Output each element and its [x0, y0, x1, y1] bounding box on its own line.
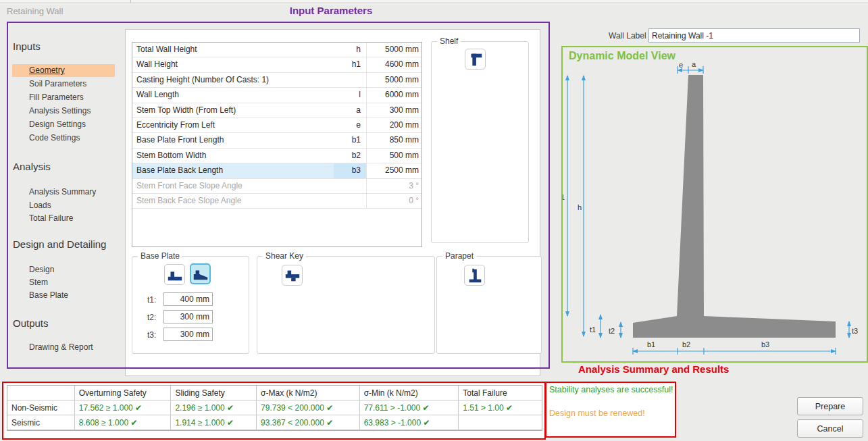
- dim-label-a: a: [692, 60, 696, 68]
- results-cell: 2.196 ≥ 1.000 ✔: [171, 400, 257, 415]
- param-row-base-plate-back-length[interactable]: Base Plate Back Lengthb32500 mm: [132, 163, 422, 178]
- tab-notch: [130, 0, 131, 3]
- param-value[interactable]: 850 mm: [366, 133, 422, 147]
- sidebar-item-design[interactable]: Design: [12, 263, 115, 276]
- param-row-wall-length[interactable]: Wall Lengthl6000 mm: [132, 88, 422, 103]
- sidebar-item-stem[interactable]: Stem: [12, 276, 115, 289]
- sidebar-item-drawing-report[interactable]: Drawing & Report: [12, 341, 115, 354]
- sidebar-item-geometry[interactable]: Geometry: [12, 64, 115, 77]
- stability-status-text: Stability analyses are successful!: [549, 385, 673, 394]
- wall-label-input[interactable]: [648, 28, 860, 43]
- retaining-wall-dialog: Retaining Wall Input Parameters Inputs G…: [0, 0, 868, 441]
- param-symbol: e: [334, 118, 366, 132]
- sidebar-item-fill-parameters[interactable]: Fill Parameters: [12, 91, 115, 104]
- param-row-base-plate-front-length[interactable]: Base Plate Front Lengthb1850 mm: [132, 133, 422, 148]
- param-symbol: [334, 194, 366, 208]
- sidebar-section-analysis: Analysis: [13, 161, 51, 172]
- results-row-label: Non-Seismic: [7, 400, 75, 415]
- dim-label-t1: t1: [590, 326, 596, 334]
- results-header-sigma-max: σ-Max (k N/m2): [257, 386, 360, 400]
- results-cell: 93.367 < 200.000 ✔: [257, 415, 360, 430]
- param-label: Total Wall Height: [132, 43, 334, 57]
- sidebar-item-analysis-settings[interactable]: Analysis Settings: [12, 105, 115, 118]
- param-row-total-wall-height[interactable]: Total Wall Heighth5000 mm: [132, 43, 422, 57]
- param-label: Stem Front Face Slope Angle: [132, 179, 334, 193]
- sloped-base-plate-icon[interactable]: [190, 263, 211, 284]
- shear-key-group-label: Shear Key: [263, 251, 306, 261]
- shelf-wall-icon[interactable]: [465, 49, 486, 70]
- param-row-stem-back-face-slope: Stem Back Face Slope Angle0 °: [132, 194, 422, 209]
- dim-label-b1: b1: [647, 340, 655, 348]
- param-label: Casting Height (Number Of Casts: 1): [132, 73, 334, 87]
- t2-label: t2:: [147, 313, 156, 322]
- geometry-parameters-table: Total Wall Heighth5000 mm Wall Heighth14…: [132, 42, 422, 247]
- param-row-wall-height[interactable]: Wall Heighth14600 mm: [132, 57, 422, 72]
- results-row-label: Seismic: [7, 415, 75, 430]
- parapet-group-label: Parapet: [442, 251, 476, 261]
- results-cell: 8.608 ≥ 1.000 ✔: [75, 415, 172, 430]
- param-symbol: h: [334, 43, 366, 57]
- t1-input[interactable]: [163, 292, 213, 306]
- param-row-stem-top-width[interactable]: Stem Top Width (From Left)a300 mm: [132, 103, 422, 118]
- dim-label-h1: h1: [561, 193, 565, 201]
- param-symbol: [334, 73, 366, 87]
- sidebar-section-inputs: Inputs: [13, 41, 41, 52]
- param-label: Stem Bottom Width: [132, 149, 334, 163]
- parapet-group: Parapet: [436, 256, 542, 354]
- sidebar-item-total-failure[interactable]: Total Failure: [12, 212, 115, 225]
- results-cell: 63.983 > -1.000 ✔: [360, 415, 459, 430]
- results-header-empty: [7, 386, 75, 400]
- t3-input[interactable]: [163, 328, 213, 341]
- param-value[interactable]: 2500 mm: [366, 163, 422, 178]
- sidebar-item-code-settings[interactable]: Code Settings: [12, 132, 115, 145]
- param-value[interactable]: 5000 mm: [366, 43, 422, 57]
- t2-input[interactable]: [163, 310, 213, 323]
- sidebar-item-soil-parameters[interactable]: Soil Parameters: [12, 78, 115, 90]
- param-value[interactable]: 4600 mm: [366, 57, 422, 72]
- param-label: Wall Height: [132, 57, 334, 72]
- results-header-sliding: Sliding Safety: [171, 386, 257, 400]
- param-value[interactable]: 6000 mm: [366, 88, 422, 102]
- param-symbol: b1: [334, 133, 366, 147]
- param-label: Base Plate Front Length: [132, 133, 334, 147]
- param-row-casting-height[interactable]: Casting Height (Number Of Casts: 1)5000 …: [132, 73, 422, 88]
- param-value[interactable]: 300 mm: [366, 103, 422, 118]
- dim-label-b2: b2: [682, 340, 690, 348]
- sidebar-item-analysis-summary[interactable]: Analysis Summary: [12, 186, 115, 199]
- sidebar-section-design-detailing: Design and Detailing: [13, 238, 106, 250]
- results-row-non-seismic: Non-Seismic 17.562 ≥ 1.000 ✔ 2.196 ≥ 1.0…: [7, 400, 542, 415]
- param-value[interactable]: 5000 mm: [366, 73, 422, 87]
- param-symbol: a: [334, 103, 366, 118]
- param-symbol: l: [334, 88, 366, 102]
- cancel-button[interactable]: Cancel: [797, 419, 863, 438]
- dim-label-b3: b3: [761, 340, 769, 348]
- sidebar-item-base-plate[interactable]: Base Plate: [12, 289, 115, 302]
- results-header-sigma-min: σ-Min (k N/m2): [360, 386, 459, 400]
- dim-label-t3: t3: [852, 327, 858, 335]
- wall-cross-section: [633, 75, 836, 338]
- param-row-eccentricity[interactable]: Eccentricity From Lefte200 mm: [132, 118, 422, 133]
- base-plate-group-label: Base Plate: [138, 251, 182, 261]
- shear-key-icon[interactable]: [282, 265, 303, 286]
- sidebar-item-loads[interactable]: Loads: [12, 199, 115, 212]
- results-row-seismic: Seismic 8.608 ≥ 1.000 ✔ 1.914 ≥ 1.000 ✔ …: [7, 415, 542, 430]
- prepare-drawing-button[interactable]: Prepare Drawing: [797, 397, 863, 415]
- t1-label: t1:: [147, 295, 156, 305]
- annotation-input-parameters-label: Input Parameters: [230, 5, 432, 16]
- param-value[interactable]: 500 mm: [366, 149, 422, 163]
- flat-base-plate-icon[interactable]: [164, 264, 185, 285]
- shelf-group-label: Shelf: [437, 36, 461, 46]
- param-value: 3 °: [366, 179, 422, 193]
- param-label: Wall Length: [132, 88, 334, 102]
- param-row-stem-bottom-width[interactable]: Stem Bottom Widthb2500 mm: [132, 149, 422, 163]
- dim-label-h: h: [578, 203, 582, 211]
- dim-label-e: e: [679, 61, 683, 69]
- sidebar-item-design-settings[interactable]: Design Settings: [12, 118, 115, 131]
- results-cell: [459, 415, 542, 430]
- param-label: Eccentricity From Left: [132, 118, 334, 132]
- results-header-total-failure: Total Failure: [459, 386, 542, 400]
- sidebar-section-outputs: Outputs: [13, 317, 49, 329]
- parapet-icon[interactable]: [464, 265, 485, 286]
- wall-label-caption: Wall Label: [609, 31, 646, 41]
- param-value[interactable]: 200 mm: [366, 118, 422, 132]
